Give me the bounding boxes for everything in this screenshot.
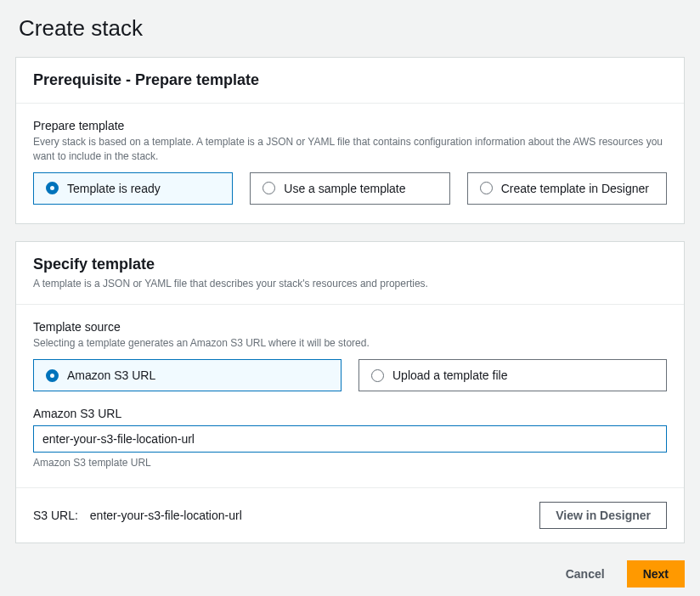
prerequisite-panel-body: Prepare template Every stack is based on…	[16, 104, 684, 223]
prerequisite-panel-header: Prerequisite - Prepare template	[16, 58, 684, 104]
s3-url-display-value: enter-your-s3-file-location-url	[90, 509, 242, 522]
page-title: Create stack	[19, 15, 685, 42]
specify-template-header: Specify template A template is a JSON or…	[16, 242, 684, 306]
option-s3-url[interactable]: Amazon S3 URL	[33, 359, 342, 391]
action-row: Cancel Next	[15, 560, 685, 588]
next-button[interactable]: Next	[627, 560, 685, 588]
option-s3-url-label: Amazon S3 URL	[67, 368, 155, 382]
radio-icon	[371, 369, 384, 382]
prerequisite-title: Prerequisite - Prepare template	[33, 71, 667, 89]
view-in-designer-button[interactable]: View in Designer	[539, 502, 667, 529]
s3-url-display: S3 URL: enter-your-s3-file-location-url	[33, 509, 242, 522]
prepare-template-options: Template is ready Use a sample template …	[33, 172, 667, 205]
s3-url-label: Amazon S3 URL	[33, 407, 667, 420]
specify-template-title: Specify template	[33, 256, 667, 273]
s3-url-display-label: S3 URL:	[33, 509, 78, 522]
specify-template-body: Template source Selecting a template gen…	[16, 305, 684, 487]
template-source-options: Amazon S3 URL Upload a template file	[33, 359, 667, 391]
radio-selected-icon	[46, 182, 59, 194]
prerequisite-panel: Prerequisite - Prepare template Prepare …	[15, 57, 685, 224]
radio-selected-icon	[46, 369, 59, 382]
option-use-sample[interactable]: Use a sample template	[250, 172, 449, 205]
option-template-ready[interactable]: Template is ready	[33, 172, 233, 205]
option-upload-file[interactable]: Upload a template file	[358, 359, 667, 391]
template-source-label: Template source	[33, 320, 667, 334]
option-create-designer[interactable]: Create template in Designer	[467, 172, 667, 205]
template-source-desc: Selecting a template generates an Amazon…	[33, 336, 667, 351]
radio-icon	[262, 182, 275, 194]
prepare-template-desc: Every stack is based on a template. A te…	[33, 135, 667, 164]
radio-icon	[480, 182, 493, 194]
option-upload-file-label: Upload a template file	[392, 368, 507, 382]
s3-url-help: Amazon S3 template URL	[33, 457, 667, 469]
prepare-template-label: Prepare template	[33, 119, 667, 132]
s3-url-input[interactable]	[33, 425, 667, 453]
option-use-sample-label: Use a sample template	[284, 182, 405, 195]
option-create-designer-label: Create template in Designer	[501, 182, 649, 195]
specify-template-panel: Specify template A template is a JSON or…	[15, 241, 685, 544]
specify-template-footer: S3 URL: enter-your-s3-file-location-url …	[16, 487, 684, 543]
specify-template-sub: A template is a JSON or YAML file that d…	[33, 277, 667, 291]
option-template-ready-label: Template is ready	[67, 182, 161, 195]
cancel-button[interactable]: Cancel	[550, 561, 620, 587]
